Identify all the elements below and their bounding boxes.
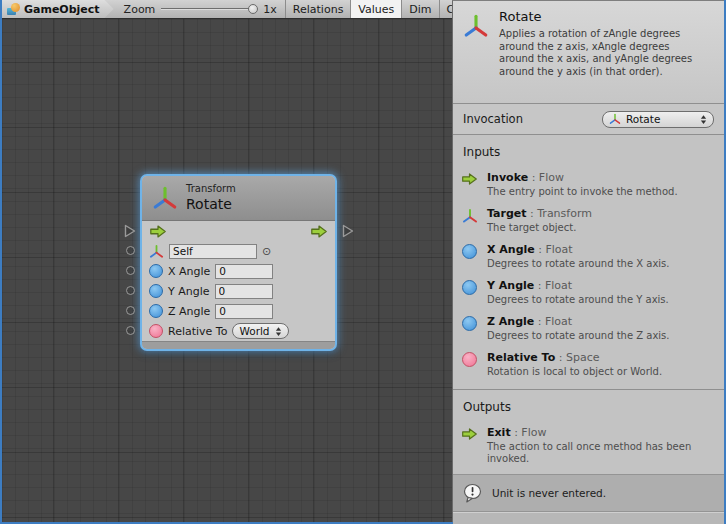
zoom-slider-knob[interactable] [248,4,258,14]
z-angle-label: Z Angle [168,305,210,318]
target-self-input[interactable] [169,244,257,259]
port-description: Rotation is local to object or World. [487,366,662,378]
gameobject-icon [7,3,20,16]
z-angle-row: Z Angle [149,301,328,321]
node-title: Rotate [186,196,236,214]
relative-to-label: Relative To [168,325,227,338]
flow-arrow-icon [461,172,478,186]
port-description: Degrees to rotate around the Y axis. [487,294,669,306]
z-angle-port-icon[interactable] [149,304,163,318]
relative-to-port-icon[interactable] [149,324,163,338]
port-type: Float [545,279,572,292]
node-type-label: Transform [186,183,236,196]
port-name: Exit [487,426,511,439]
external-relative-to-port[interactable] [126,326,135,335]
colon: : [538,315,542,328]
port-description: Degrees to rotate around the X axis. [487,258,670,270]
warning-bubble-icon [463,483,483,503]
panel-title: Rotate [499,9,701,24]
port-description: The action to call once method has been … [487,441,699,465]
outputs-section: Outputs Exit : Flow The action to call o… [453,390,724,474]
invoke-flow-port-icon[interactable] [149,224,167,239]
z-angle-input[interactable] [215,304,273,319]
transform-axes-icon [152,185,178,211]
colon: : [514,426,518,439]
exit-flow-port-icon[interactable] [310,224,328,239]
x-angle-input[interactable] [215,264,273,279]
port-type: Transform [537,207,592,220]
external-z-angle-port[interactable] [126,306,135,315]
inputs-heading: Inputs [463,145,716,159]
colon: : [559,351,563,364]
input-row-invoke: Invoke : Flow The entry point to invoke … [461,171,716,198]
external-y-angle-port[interactable] [126,286,135,295]
zoom-slider-track [161,8,257,10]
bolt-graph-window: GameObject Zoom 1x Relations Values Dim … [0,0,726,524]
toolbar-button-values[interactable]: Values [350,0,401,18]
outputs-heading: Outputs [463,400,716,414]
port-description: The entry point to invoke the method. [487,186,678,198]
dropdown-updown-icon [275,326,282,337]
port-type: Float [545,243,572,256]
float-port-icon [462,316,477,331]
port-type: Space [566,351,600,364]
port-description: The target object. [487,222,592,234]
output-row-exit: Exit : Flow The action to call once meth… [461,426,716,465]
zoom-slider[interactable] [161,4,257,14]
colon: : [538,243,542,256]
node-header[interactable]: Transform Rotate [142,176,335,221]
external-invoke-port[interactable] [124,224,136,238]
node-body: ⊙ X Angle Y Angle Z Angle [142,221,335,341]
invocation-label: Invocation [463,112,523,126]
toolbar-button-relations[interactable]: Relations [285,0,351,18]
float-port-icon [462,280,477,295]
float-port-icon [462,244,477,259]
warning-text: Unit is never entered. [492,487,606,499]
colon: : [532,171,536,184]
input-row-x-angle: X Angle : Float Degrees to rotate around… [461,243,716,270]
graph-region: GameObject Zoom 1x Relations Values Dim … [2,0,452,522]
port-name: Relative To [487,351,555,364]
colon: : [530,207,534,220]
y-angle-input[interactable] [215,284,273,299]
dropdown-updown-icon [700,114,707,125]
target-port-icon[interactable] [149,244,164,259]
colon: : [538,279,542,292]
panel-footer [453,512,724,524]
external-exit-port[interactable] [342,224,354,238]
panel-description: Applies a rotation of zAngle degrees aro… [499,28,701,78]
target-row: ⊙ [149,241,328,261]
port-name: X Angle [487,243,535,256]
transform-axes-icon [463,13,489,39]
invocation-dropdown[interactable]: Rotate [602,111,714,128]
breadcrumb-label: GameObject [24,3,100,16]
zoom-value: 1x [263,3,277,16]
breadcrumb-gameobject[interactable]: GameObject [2,0,114,18]
transform-axes-icon [462,208,478,224]
port-name: Invoke [487,171,528,184]
port-name: Target [487,207,527,220]
node-footer [142,341,335,349]
relative-to-dropdown[interactable]: World [232,323,288,339]
external-target-port[interactable] [126,246,135,255]
x-angle-port-icon[interactable] [149,264,163,278]
flow-arrow-icon [461,427,478,441]
unit-inspector-panel: Rotate Applies a rotation of zAngle degr… [452,0,724,522]
rotate-unit-node[interactable]: Transform Rotate [142,176,335,349]
input-row-target: Target : Transform The target object. [461,207,716,234]
input-row-z-angle: Z Angle : Float Degrees to rotate around… [461,315,716,342]
transform-axes-icon [609,113,621,125]
object-picker-icon[interactable]: ⊙ [262,246,271,257]
x-angle-label: X Angle [168,265,210,278]
graph-canvas[interactable]: Transform Rotate [2,19,452,522]
flow-row [149,221,328,241]
zoom-label: Zoom [124,3,156,16]
graph-toolbar: GameObject Zoom 1x Relations Values Dim … [2,0,452,19]
y-angle-port-icon[interactable] [149,284,163,298]
toolbar-button-dim[interactable]: Dim [401,0,438,18]
inputs-section: Inputs Invoke : Flow The entry point to … [453,135,724,390]
y-angle-label: Y Angle [168,285,210,298]
relative-to-value: World [239,325,269,337]
external-x-angle-port[interactable] [126,266,135,275]
panel-header: Rotate Applies a rotation of zAngle degr… [453,1,724,104]
